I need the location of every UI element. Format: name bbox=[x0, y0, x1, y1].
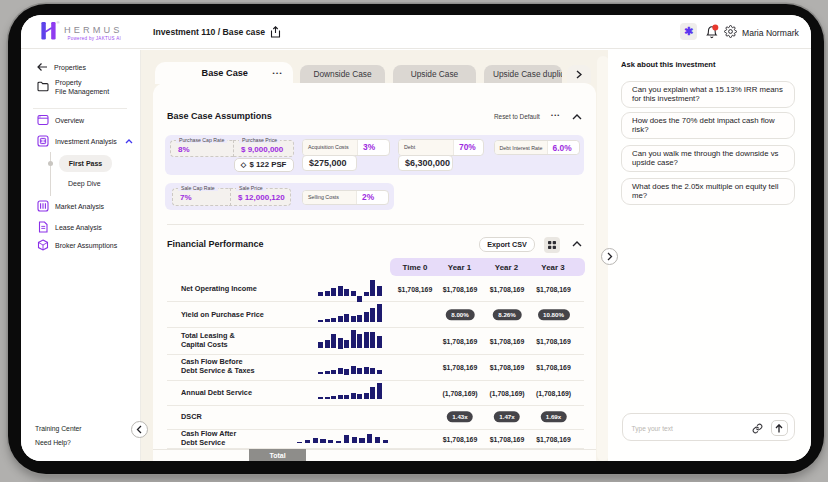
field-label: Debt bbox=[399, 140, 454, 155]
send-button[interactable] bbox=[771, 420, 788, 436]
assumptions-collapse-chevron-icon[interactable] bbox=[572, 114, 582, 120]
tab-upside-case-duplicate[interactable]: Upside Case duplic bbox=[484, 65, 562, 83]
row-label: Cash Flow AfterDebt Service bbox=[181, 430, 286, 448]
spark-bar bbox=[338, 368, 343, 374]
bell-icon[interactable] bbox=[705, 24, 719, 39]
sidebar-item-overview[interactable]: Overview bbox=[21, 112, 140, 128]
purchase-price-field[interactable]: Purchase Price $ 9,000,000 bbox=[233, 140, 294, 157]
investment-icon bbox=[37, 135, 49, 147]
acquisition-costs-amount[interactable]: $275,000 bbox=[302, 155, 357, 171]
top-bar: ® HERMUS Powered by JAKTUS AI Investment… bbox=[21, 15, 811, 49]
arrow-left-icon bbox=[37, 62, 48, 72]
purchase-cap-rate-field[interactable]: Purchase Cap Rate 8% bbox=[170, 140, 233, 157]
sidebar-subitem-deep-dive[interactable]: Deep Dive bbox=[68, 180, 101, 187]
sidebar-item-broker-assumptions[interactable]: Broker Assumptions bbox=[21, 237, 140, 253]
tab-base-case[interactable]: Base Case ••• bbox=[155, 62, 293, 84]
tab-label: Upside Case duplic bbox=[493, 69, 562, 79]
spark-bar bbox=[325, 340, 330, 348]
sidebar-item-lease-analysis[interactable]: Lease Analysis bbox=[21, 219, 140, 235]
brand-tagline: Powered by JAKTUS AI bbox=[64, 36, 121, 41]
debt-amount[interactable]: $6,300,000 bbox=[398, 155, 453, 171]
reset-to-default-button[interactable]: Reset to Default bbox=[494, 113, 540, 120]
performance-collapse-chevron-icon[interactable] bbox=[572, 241, 582, 247]
spark-bar bbox=[377, 336, 382, 348]
sidebar-item-market-analysis[interactable]: Market Analysis bbox=[21, 198, 140, 214]
gear-icon[interactable] bbox=[724, 25, 737, 38]
price-per-sf-box[interactable]: ◇ $ 122 PSF bbox=[234, 158, 294, 172]
spark-bar bbox=[344, 369, 349, 374]
spark-bar bbox=[313, 438, 318, 443]
spark-bar bbox=[370, 387, 375, 399]
chevron-up-icon[interactable] bbox=[125, 139, 133, 144]
spark-bar bbox=[357, 315, 362, 322]
sidebar-item-properties[interactable]: Properties bbox=[21, 59, 140, 75]
sidebar-collapse-button[interactable] bbox=[131, 421, 148, 438]
spark-bar bbox=[359, 438, 364, 443]
chevron-right-icon bbox=[607, 252, 613, 261]
spark-bar bbox=[357, 394, 362, 400]
table-row: Cash Flow AfterDebt Service$1,708,169$1,… bbox=[167, 430, 584, 450]
spark-bar bbox=[320, 439, 325, 443]
sidebar-item-label: Overview bbox=[55, 117, 84, 124]
sidebar-item-property-file-management[interactable]: PropertyFile Management bbox=[21, 79, 140, 103]
spark-bar bbox=[364, 367, 369, 374]
overview-icon bbox=[37, 114, 49, 126]
column-header: Year 2 bbox=[495, 263, 518, 272]
assistant-asterisk-button[interactable]: ✱ bbox=[680, 23, 697, 40]
chat-expand-button[interactable] bbox=[601, 248, 618, 265]
spark-bar bbox=[383, 440, 388, 443]
selling-costs-field[interactable]: Selling Costs 2% bbox=[302, 190, 389, 205]
cell-value: $1,708,169 bbox=[443, 285, 478, 292]
need-help-link[interactable]: Need Help? bbox=[35, 439, 71, 446]
breadcrumb-title: Investment 110 / Base case bbox=[153, 27, 265, 37]
cell-value: $1,708,169 bbox=[443, 435, 478, 442]
user-name[interactable]: Maria Normark bbox=[742, 28, 799, 38]
spark-bar bbox=[370, 368, 375, 374]
grid-view-button[interactable] bbox=[544, 237, 560, 253]
cell-value: (1,708,169) bbox=[489, 389, 524, 396]
spark-bar bbox=[367, 434, 372, 443]
training-center-link[interactable]: Training Center bbox=[35, 425, 82, 432]
spark-bar bbox=[331, 370, 336, 374]
field-value: $ 12,000,120 bbox=[238, 193, 285, 202]
cell-value: $1,708,169 bbox=[443, 337, 478, 344]
section-divider bbox=[167, 224, 584, 225]
chat-input[interactable]: Type your text bbox=[622, 413, 795, 441]
sidebar-item-label: Properties bbox=[54, 64, 86, 71]
value-badge: 10.80% bbox=[538, 309, 570, 320]
debt-interest-rate-field[interactable]: Debt Interest Rate 6.0% bbox=[494, 140, 580, 155]
suggested-question-card[interactable]: What does the 2.05x multiple on equity t… bbox=[621, 178, 795, 205]
field-value: 2% bbox=[357, 191, 379, 204]
assumptions-menu-dots-icon[interactable]: ••• bbox=[551, 112, 560, 118]
spark-bar bbox=[377, 370, 382, 374]
spark-bar bbox=[318, 320, 323, 322]
sidebar-item-label: PropertyFile Management bbox=[55, 79, 109, 96]
cell-value: $1,708,169 bbox=[536, 435, 571, 442]
spark-bar bbox=[325, 397, 330, 399]
sale-price-field[interactable]: Sale Price $ 12,000,120 bbox=[230, 188, 291, 206]
sidebar-subitem-first-pass[interactable]: First Pass bbox=[59, 155, 112, 172]
sparkline-chart bbox=[297, 430, 397, 450]
tab-scroll-right-button[interactable] bbox=[567, 65, 591, 83]
field-value: 70% bbox=[454, 140, 481, 155]
suggested-question-card[interactable]: Can you explain what a 15.13% IRR means … bbox=[621, 81, 795, 108]
sale-cap-rate-field[interactable]: Sale Cap Rate 7% bbox=[172, 188, 230, 206]
sidebar-item-investment-analysis[interactable]: Investment Analysis bbox=[21, 133, 140, 149]
export-csv-button[interactable]: Export CSV bbox=[479, 237, 535, 252]
tab-upside-case[interactable]: Upside Case bbox=[393, 65, 476, 83]
spark-bar bbox=[351, 291, 356, 296]
spark-bar bbox=[325, 371, 330, 374]
suggested-question-card[interactable]: Can you walk me through the downside vs … bbox=[621, 145, 795, 172]
table-row: DSCR1.43x1.47x1.69x bbox=[167, 406, 584, 430]
link-icon[interactable] bbox=[752, 423, 763, 434]
acquisition-costs-field[interactable]: Acquisition Costs 3% bbox=[302, 139, 390, 156]
tab-downside-case[interactable]: Downside Case bbox=[300, 65, 385, 83]
value-badge: 1.47x bbox=[494, 411, 520, 422]
debt-field[interactable]: Debt 70% bbox=[398, 139, 484, 156]
column-header: Year 1 bbox=[448, 263, 471, 272]
share-icon[interactable] bbox=[270, 26, 281, 38]
suggested-question-card[interactable]: How does the 70% debt impact cash flow r… bbox=[621, 112, 795, 139]
tab-menu-dots-icon[interactable]: ••• bbox=[272, 70, 293, 76]
cell-value: $1,708,169 bbox=[536, 285, 571, 292]
row-label: Cash Flow BeforeDebt Service & Taxes bbox=[181, 358, 286, 376]
